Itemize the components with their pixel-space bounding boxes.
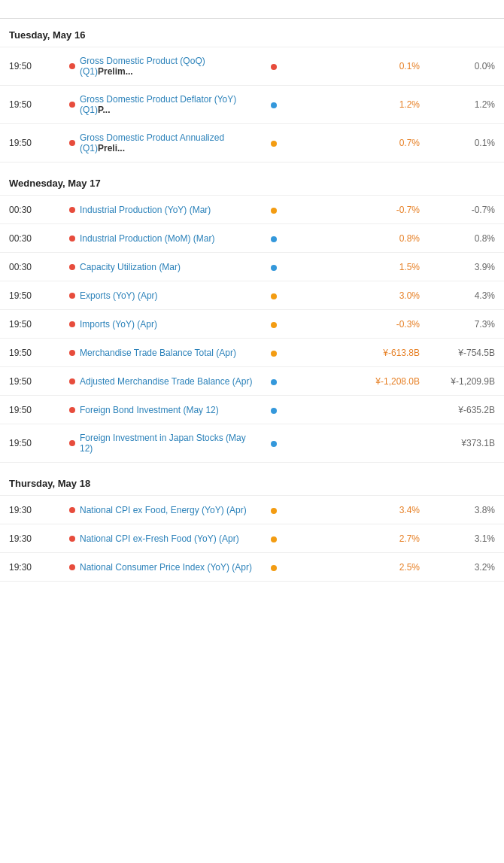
- calendar-body: Tuesday, May 1619:50Gross Domestic Produ…: [0, 19, 504, 586]
- event-link[interactable]: National CPI ex-Fresh Food (YoY) (Apr): [80, 533, 239, 544]
- consensus-value: 1.2%: [352, 99, 427, 110]
- event-time: 19:50: [9, 348, 69, 358]
- consensus-value: -0.7%: [352, 205, 427, 215]
- consensus-value: 3.4%: [352, 505, 427, 515]
- event-row: 19:30National CPI ex-Fresh Food (YoY) (A…: [0, 524, 504, 553]
- event-time: 19:30: [9, 505, 69, 515]
- event-link[interactable]: Imports (YoY) (Apr): [80, 319, 157, 330]
- section-gap: [0, 582, 504, 586]
- event-link[interactable]: Capacity Utilization (Mar): [80, 262, 181, 272]
- event-importance-dot: [69, 264, 75, 270]
- event-name-text: Exports (YoY) (Apr): [80, 290, 158, 301]
- previous-value: ¥-1,209.9B: [427, 376, 495, 387]
- event-name-cell: Gross Domestic Product Annualized (Q1)Pr…: [69, 132, 254, 153]
- event-link[interactable]: Industrial Production (MoM) (Mar): [80, 233, 214, 244]
- previous-value: 7.3%: [427, 319, 495, 330]
- event-time: 19:50: [9, 319, 69, 330]
- event-name-cell: Industrial Production (MoM) (Mar): [69, 233, 254, 244]
- previous-value: 3.9%: [427, 262, 495, 272]
- vol-dot: [271, 441, 277, 447]
- event-name-text: Capacity Utilization (Mar): [80, 262, 181, 272]
- event-importance-dot: [69, 407, 75, 413]
- event-name-text: Foreign Investment in Japan Stocks (May …: [80, 433, 246, 454]
- event-importance-dot: [69, 236, 75, 242]
- event-link[interactable]: Gross Domestic Product Annualized (Q1)Pr…: [80, 132, 254, 153]
- event-link[interactable]: Exports (YoY) (Apr): [80, 290, 158, 301]
- event-name-cell: Capacity Utilization (Mar): [69, 262, 254, 272]
- event-importance-dot: [69, 321, 75, 327]
- vol-dot: [271, 102, 277, 108]
- event-name-text: National CPI ex-Fresh Food (YoY) (Apr): [80, 533, 239, 544]
- event-name-cell: Gross Domestic Product Deflator (YoY) (Q…: [69, 94, 254, 115]
- consensus-value: -0.3%: [352, 319, 427, 330]
- consensus-value: 1.5%: [352, 262, 427, 272]
- event-link[interactable]: Gross Domestic Product Deflator (YoY) (Q…: [80, 94, 254, 115]
- previous-value: ¥373.1B: [427, 438, 495, 448]
- previous-value: 3.8%: [427, 505, 495, 515]
- consensus-value: 2.5%: [352, 562, 427, 573]
- event-name-cell: Foreign Investment in Japan Stocks (May …: [69, 433, 254, 454]
- event-name-text: Foreign Bond Investment (May 12): [80, 405, 219, 415]
- vol-cell: [254, 99, 292, 111]
- consensus-value: ¥-1,208.0B: [352, 376, 427, 387]
- event-importance-dot: [69, 378, 75, 384]
- consensus-value: 0.7%: [352, 138, 427, 148]
- event-time: 19:30: [9, 562, 69, 573]
- event-link[interactable]: National Consumer Price Index (YoY) (Apr…: [80, 562, 252, 573]
- previous-value: 0.1%: [427, 138, 495, 148]
- event-row: 19:50Merchandise Trade Balance Total (Ap…: [0, 339, 504, 367]
- event-name-cell: Industrial Production (YoY) (Mar): [69, 205, 254, 215]
- vol-cell: [254, 61, 292, 72]
- vol-dot: [271, 565, 277, 571]
- vol-dot: [271, 379, 277, 385]
- vol-cell: [254, 504, 292, 515]
- event-name-cell: National CPI ex-Fresh Food (YoY) (Apr): [69, 533, 254, 544]
- event-time: 00:30: [9, 262, 69, 272]
- event-row: 19:50Gross Domestic Product Deflator (Yo…: [0, 86, 504, 124]
- event-row: 00:30Industrial Production (YoY) (Mar)-0…: [0, 196, 504, 224]
- vol-dot: [271, 236, 277, 242]
- event-name-cell: Adjusted Merchandise Trade Balance (Apr): [69, 376, 254, 387]
- event-link[interactable]: Adjusted Merchandise Trade Balance (Apr): [80, 376, 252, 387]
- vol-cell: [254, 232, 292, 244]
- event-name-cell: Merchandise Trade Balance Total (Apr): [69, 348, 254, 358]
- consensus-value: 0.8%: [352, 233, 427, 244]
- event-name-text: National CPI ex Food, Energy (YoY) (Apr): [80, 505, 247, 515]
- event-row: 19:50Imports (YoY) (Apr)-0.3%7.3%: [0, 310, 504, 339]
- vol-dot: [271, 64, 277, 70]
- event-row: 19:50Foreign Bond Investment (May 12)¥-6…: [0, 396, 504, 424]
- event-name-bold: Prelim...: [98, 66, 133, 77]
- event-row: 19:50Gross Domestic Product (QoQ) (Q1)Pr…: [0, 47, 504, 86]
- vol-cell: [254, 138, 292, 149]
- vol-cell: [254, 438, 292, 449]
- vol-cell: [254, 375, 292, 387]
- event-name-cell: Imports (YoY) (Apr): [69, 319, 254, 330]
- vol-dot: [271, 322, 277, 328]
- consensus-value: 0.1%: [352, 61, 427, 71]
- consensus-value: ¥-613.8B: [352, 348, 427, 358]
- previous-value: 1.2%: [427, 99, 495, 110]
- vol-cell: [254, 290, 292, 301]
- event-name-cell: National CPI ex Food, Energy (YoY) (Apr): [69, 505, 254, 515]
- previous-value: 3.1%: [427, 533, 495, 544]
- event-link[interactable]: Industrial Production (YoY) (Mar): [80, 205, 211, 215]
- vol-cell: [254, 318, 292, 330]
- vol-dot: [271, 208, 277, 214]
- event-importance-dot: [69, 293, 75, 299]
- event-link[interactable]: Foreign Bond Investment (May 12): [80, 405, 219, 415]
- event-name-text: Adjusted Merchandise Trade Balance (Apr): [80, 376, 252, 387]
- event-name-cell: Foreign Bond Investment (May 12): [69, 405, 254, 415]
- event-link[interactable]: Foreign Investment in Japan Stocks (May …: [80, 433, 254, 454]
- event-link[interactable]: Gross Domestic Product (QoQ) (Q1)Prelim.…: [80, 56, 254, 77]
- section-title-2: Thursday, May 18: [0, 467, 504, 496]
- section-title-1: Wednesday, May 17: [0, 167, 504, 196]
- event-row: 19:30National CPI ex Food, Energy (YoY) …: [0, 496, 504, 524]
- event-link[interactable]: Merchandise Trade Balance Total (Apr): [80, 348, 236, 358]
- event-name-text: Industrial Production (YoY) (Mar): [80, 205, 211, 215]
- event-importance-dot: [69, 507, 75, 513]
- event-row: 19:30National Consumer Price Index (YoY)…: [0, 553, 504, 582]
- event-name-cell: Exports (YoY) (Apr): [69, 290, 254, 301]
- event-link[interactable]: National CPI ex Food, Energy (YoY) (Apr): [80, 505, 247, 515]
- event-importance-dot: [69, 536, 75, 542]
- previous-value: ¥-635.2B: [427, 405, 495, 415]
